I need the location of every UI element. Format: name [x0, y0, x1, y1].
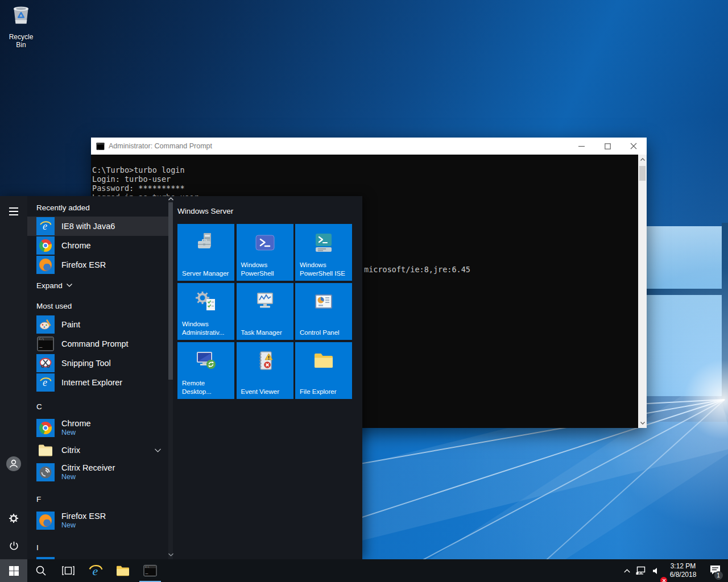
- scroll-up-arrow-icon[interactable]: [168, 197, 173, 201]
- start-menu-scrollbar[interactable]: [168, 196, 173, 559]
- app-item-chrome[interactable]: Chrome: [27, 236, 168, 255]
- user-account-button[interactable]: [0, 450, 27, 477]
- new-badge: New: [61, 521, 106, 530]
- maximize-icon: [605, 143, 611, 149]
- recycle-bin-icon: [8, 3, 34, 30]
- expand-button[interactable]: Expand: [36, 279, 168, 292]
- powershell-ise-icon: [295, 229, 352, 256]
- close-icon: [630, 143, 637, 149]
- section-header-most-used: Most used: [36, 302, 168, 311]
- scroll-up-arrow-icon[interactable]: [638, 155, 647, 164]
- network-tray-icon[interactable]: [634, 559, 648, 582]
- maximize-button[interactable]: [594, 138, 621, 155]
- file-explorer-icon: [115, 564, 130, 577]
- svg-text:C:\: C:\: [97, 143, 100, 145]
- action-center-button[interactable]: 1: [702, 559, 728, 582]
- folder-icon: [36, 441, 55, 459]
- chrome-icon: [36, 236, 55, 255]
- svg-text:_: _: [39, 342, 43, 348]
- tile-control-panel[interactable]: Control Panel: [295, 283, 352, 340]
- internet-explorer-icon: e: [36, 373, 55, 392]
- start-menu-app-list: Recently added e IE8 with Java6 Chrome F…: [27, 196, 168, 559]
- notification-count-badge: 1: [714, 571, 723, 580]
- task-view-icon: [62, 566, 75, 576]
- app-item-firefox-esr[interactable]: Firefox ESR: [27, 255, 168, 275]
- ethernet-icon: [636, 566, 646, 575]
- system-tray: 3:12 PM 6/8/2018 1: [620, 559, 728, 582]
- tile-windows-powershell[interactable]: Windows PowerShell: [237, 224, 293, 281]
- section-header-recently-added: Recently added: [36, 203, 168, 213]
- close-button[interactable]: [621, 138, 647, 155]
- chevron-up-icon: [624, 569, 630, 573]
- app-item-paint[interactable]: Paint: [27, 315, 168, 334]
- chrome-icon: [36, 419, 55, 437]
- taskbar-file-explorer-button[interactable]: [109, 559, 136, 582]
- control-panel-icon: [295, 288, 352, 315]
- app-item-internet-explorer[interactable]: e Internet Explorer: [27, 373, 168, 392]
- tile-remote-desktop[interactable]: Remote Desktop...: [177, 342, 234, 399]
- taskbar-command-prompt-button[interactable]: C:\ _: [136, 559, 164, 582]
- volume-tray-icon[interactable]: [648, 559, 664, 582]
- tile-task-manager[interactable]: Task Manager: [237, 283, 293, 340]
- recycle-bin-desktop-icon[interactable]: Recycle Bin: [3, 3, 39, 49]
- svg-text:C:\: C:\: [39, 338, 44, 340]
- taskbar: e C:\ _: [0, 559, 728, 582]
- power-icon: [9, 541, 19, 551]
- volume-muted-badge: [660, 577, 667, 582]
- taskbar-clock[interactable]: 3:12 PM 6/8/2018: [664, 559, 702, 582]
- hamburger-icon: [9, 207, 18, 215]
- app-item-citrix-folder[interactable]: Citrix: [27, 440, 168, 460]
- scroll-down-arrow-icon[interactable]: [638, 419, 647, 427]
- power-button[interactable]: [0, 532, 27, 559]
- svg-text:_: _: [146, 569, 148, 574]
- new-badge: New: [61, 429, 91, 437]
- settings-button[interactable]: [0, 505, 27, 532]
- app-item-citrix-receiver[interactable]: Citrix Receiver New: [27, 460, 168, 485]
- minimize-icon: [578, 143, 585, 149]
- tile-file-explorer[interactable]: File Explorer: [295, 342, 352, 399]
- citrix-receiver-icon: [36, 463, 55, 481]
- tray-date: 6/8/2018: [670, 571, 697, 579]
- command-prompt-titlebar[interactable]: C:\ _ Administrator: Command Prompt: [91, 138, 647, 155]
- tray-expand-button[interactable]: [620, 559, 634, 582]
- desktop: Recycle Bin C:\ _ Administrator: Command…: [0, 0, 728, 582]
- console-scrollbar[interactable]: [638, 155, 647, 428]
- tile-event-viewer[interactable]: Event Viewer: [237, 342, 293, 399]
- tile-windows-powershell-ise[interactable]: Windows PowerShell ISE: [295, 224, 352, 281]
- app-item-command-prompt[interactable]: C:\ _ Command Prompt: [27, 334, 168, 354]
- tile-group-label[interactable]: Windows Server: [177, 207, 233, 215]
- snipping-tool-icon: [36, 354, 55, 372]
- chevron-down-icon: [67, 284, 72, 287]
- firefox-icon: [36, 512, 55, 530]
- event-viewer-icon: [237, 347, 293, 375]
- chevron-down-icon[interactable]: [155, 448, 161, 452]
- command-prompt-icon: C:\ _: [96, 142, 105, 151]
- user-avatar-icon: [6, 456, 21, 471]
- svg-text:C:\: C:\: [146, 566, 150, 568]
- tray-time: 3:12 PM: [671, 562, 696, 571]
- app-item-chrome-new[interactable]: Chrome New: [27, 415, 168, 440]
- firefox-icon: [36, 256, 55, 274]
- app-item-ie8-with-java6[interactable]: e IE8 with Java6: [27, 217, 168, 236]
- start-menu-scrollbar-thumb[interactable]: [168, 202, 173, 380]
- server-manager-icon: [177, 229, 234, 256]
- section-header-f: F: [36, 495, 168, 505]
- app-item-firefox-esr-new[interactable]: Firefox ESR New: [27, 508, 168, 533]
- task-view-button[interactable]: [55, 559, 82, 582]
- internet-explorer-icon: e: [88, 563, 104, 579]
- start-button[interactable]: [0, 559, 27, 582]
- tile-windows-administrative-tools[interactable]: Windows Administrativ...: [177, 283, 234, 340]
- search-button[interactable]: [27, 559, 55, 582]
- powershell-icon: [237, 229, 293, 256]
- hamburger-menu-button[interactable]: [0, 198, 27, 225]
- gear-icon: [8, 513, 19, 524]
- console-visible-fragment: microsoft/ie:8,jre:6.45: [364, 265, 470, 274]
- taskbar-internet-explorer-button[interactable]: e: [82, 559, 109, 582]
- minimize-button[interactable]: [568, 138, 594, 155]
- tile-server-manager[interactable]: Server Manager: [177, 224, 234, 281]
- start-menu-rail: [0, 196, 27, 559]
- section-header-c: C: [36, 402, 168, 412]
- console-scrollbar-thumb[interactable]: [639, 166, 646, 181]
- scroll-down-arrow-icon[interactable]: [168, 552, 173, 557]
- app-item-snipping-tool[interactable]: Snipping Tool: [27, 354, 168, 373]
